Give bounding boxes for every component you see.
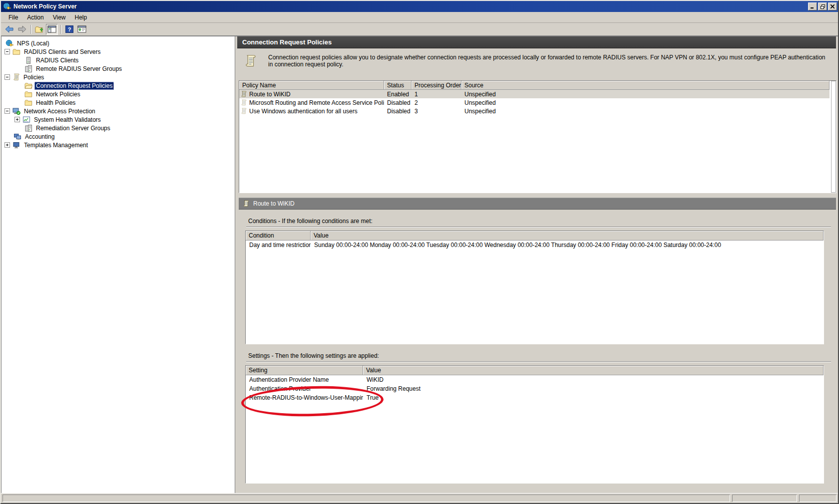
conditions-table-header: Condition Value — [246, 231, 824, 241]
tree-item-label: NPS (Local) — [15, 39, 51, 47]
settings-section-label: Settings - Then the following settings a… — [248, 352, 838, 359]
tree-item-label: Health Policies — [34, 99, 77, 107]
expand-expander-icon[interactable] — [4, 142, 10, 148]
tree-item-label: Accounting — [23, 133, 56, 141]
section-divider — [246, 227, 831, 228]
tree-item-label: RADIUS Clients — [34, 56, 80, 64]
collapse-expander-icon[interactable] — [4, 108, 10, 114]
collapse-expander-icon[interactable] — [4, 74, 10, 80]
tree-item-templates-management[interactable]: Templates Management — [1, 141, 235, 149]
help-button[interactable]: ? — [63, 24, 75, 35]
column-header-policy-name[interactable]: Policy Name — [239, 81, 384, 90]
up-one-level-button[interactable] — [33, 24, 45, 35]
policies-list-header: Policy Name Status Processing Order Sour… — [239, 81, 830, 90]
policy-processing-order: 3 — [412, 107, 461, 115]
status-bar-section — [799, 495, 837, 502]
condition-value: Sunday 00:00-24:00 Monday 00:00-24:00 Tu… — [311, 241, 824, 250]
monitor-check-icon — [12, 107, 20, 115]
back-button[interactable] — [3, 24, 15, 35]
selected-policy-title-bar: Route to WiKID — [239, 198, 836, 210]
tree-item-network-access-protection[interactable]: Network Access Protection — [1, 107, 235, 115]
show-console-tree-button[interactable] — [46, 24, 58, 35]
setting-name: Remote-RADIUS-to-Windows-User-Mapping — [246, 393, 363, 402]
tree-item-remediation-server-groups[interactable]: Remediation Server Groups — [1, 124, 235, 132]
tree-item-health-policies[interactable]: Health Policies — [1, 98, 235, 107]
tree-item-label: Remote RADIUS Server Groups — [34, 65, 123, 73]
toolbar-separator — [60, 25, 61, 34]
column-header-processing-order[interactable]: Processing Order — [412, 81, 461, 90]
column-header-value[interactable]: Value — [311, 231, 824, 241]
forward-button[interactable] — [16, 24, 28, 35]
column-header-setting[interactable]: Setting — [246, 366, 363, 375]
collapse-expander-icon[interactable] — [4, 49, 10, 54]
tree-item-label: Policies — [22, 73, 45, 81]
scroll-document-icon — [244, 52, 256, 80]
menu-view[interactable]: View — [48, 13, 70, 22]
tree-item-label: Remediation Server Groups — [34, 124, 112, 132]
forward-arrow-icon — [17, 25, 26, 33]
setting-row-auth-provider[interactable]: Authentication Provider Forwarding Reque… — [246, 384, 824, 393]
close-button[interactable] — [828, 2, 837, 10]
tree-item-remote-radius-server-groups[interactable]: Remote RADIUS Server Groups — [1, 64, 235, 73]
menu-action[interactable]: Action — [22, 13, 48, 22]
list-vertical-scrollbar[interactable] — [831, 81, 836, 193]
minimize-button[interactable] — [808, 2, 817, 10]
tree-item-radius-clients-and-servers[interactable]: RADIUS Clients and Servers — [1, 47, 235, 56]
status-bar-section — [732, 495, 797, 502]
setting-value: WiKID — [363, 375, 824, 384]
policies-description-text: Connection request policies allow you to… — [268, 52, 828, 80]
server-icon — [24, 56, 32, 64]
setting-name: Authentication Provider Name — [246, 375, 363, 384]
tree-item-accounting[interactable]: Accounting — [1, 132, 235, 141]
window-title: Network Policy Server — [13, 3, 807, 10]
status-bar — [1, 493, 838, 503]
column-header-status[interactable]: Status — [384, 81, 412, 90]
tree-item-radius-clients[interactable]: RADIUS Clients — [1, 56, 235, 64]
policy-scroll-icon — [241, 108, 247, 115]
nps-console-window: Network Policy Server File Action View H… — [0, 0, 839, 504]
title-bar: Network Policy Server — [1, 1, 838, 12]
restore-button[interactable] — [818, 2, 827, 10]
tree-item-policies[interactable]: Policies — [1, 73, 235, 81]
column-header-value[interactable]: Value — [363, 366, 824, 375]
condition-row-day-time[interactable]: Day and time restrictions Sunday 00:00-2… — [246, 241, 824, 250]
settings-table: Setting Value Authentication Provider Na… — [245, 365, 824, 484]
selected-policy-title: Route to WiKID — [253, 200, 295, 207]
results-pane: Connection Request Policies Connection r… — [237, 36, 838, 493]
policy-row-windows-auth[interactable]: Use Windows authentication for all users… — [239, 107, 830, 115]
tree-item-label: RADIUS Clients and Servers — [22, 48, 102, 56]
column-header-condition[interactable]: Condition — [246, 231, 311, 241]
policy-status: Disabled — [384, 98, 412, 107]
help-icon: ? — [65, 25, 73, 33]
policy-source: Unspecified — [461, 90, 830, 98]
policy-row-route-to-wikid[interactable]: Route to WiKID Enabled 1 Unspecified — [239, 90, 830, 98]
folder-icon — [24, 90, 32, 98]
menu-help[interactable]: Help — [70, 13, 92, 22]
tree-item-connection-request-policies[interactable]: Connection Request Policies — [1, 81, 235, 90]
console-tree-pane: NPS (Local) RADIUS Clients and Servers R… — [1, 36, 235, 493]
menu-bar: File Action View Help — [1, 12, 838, 23]
export-list-button[interactable] — [76, 24, 88, 35]
column-header-source[interactable]: Source — [461, 81, 830, 90]
conditions-section-label: Conditions - If the following conditions… — [248, 218, 838, 225]
expand-expander-icon[interactable] — [14, 117, 20, 122]
server-group-icon — [24, 124, 32, 132]
policy-source: Unspecified — [461, 98, 830, 107]
tree-item-label: System Health Validators — [32, 116, 102, 124]
condition-name: Day and time restrictions — [246, 241, 311, 250]
policy-row-ms-routing[interactable]: Microsoft Routing and Remote Access Serv… — [239, 98, 830, 107]
tree-item-nps-local[interactable]: NPS (Local) — [1, 39, 235, 47]
results-header-title: Connection Request Policies — [242, 38, 332, 46]
setting-row-auth-provider-name[interactable]: Authentication Provider Name WiKID — [246, 375, 824, 384]
window-list-icon — [77, 25, 86, 33]
setting-row-remote-radius-mapping[interactable]: Remote-RADIUS-to-Windows-User-Mapping Tr… — [246, 393, 824, 402]
tree-item-system-health-validators[interactable]: System Health Validators — [1, 115, 235, 124]
policy-scroll-icon — [241, 99, 247, 106]
policies-list-view: Policy Name Status Processing Order Sour… — [239, 80, 837, 193]
tree-item-network-policies[interactable]: Network Policies — [1, 90, 235, 98]
monitor-icon — [12, 141, 20, 149]
toolbar: ? — [1, 23, 838, 36]
policy-name: Use Windows authentication for all users — [249, 108, 358, 115]
menu-file[interactable]: File — [4, 13, 22, 22]
conditions-table: Condition Value Day and time restriction… — [245, 231, 824, 344]
